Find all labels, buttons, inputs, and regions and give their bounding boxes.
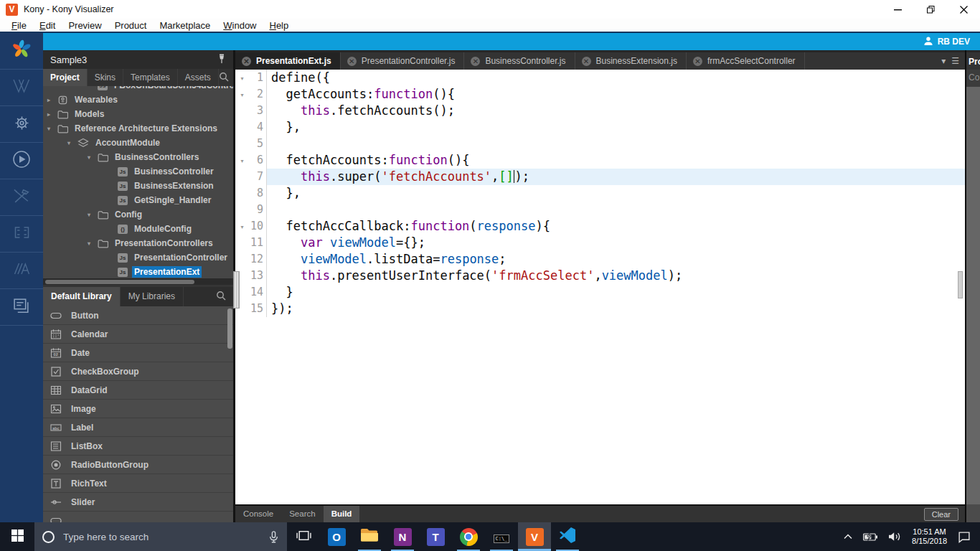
tree-item-reference-architecture-extensions[interactable]: ▾Reference Architecture Extensions: [43, 121, 233, 136]
menu-marketplace[interactable]: Marketplace: [153, 20, 217, 31]
tree-expander-icon[interactable]: ▾: [67, 140, 77, 146]
tree-item-accountmodule[interactable]: ▾AccountModule: [43, 136, 233, 150]
scrollbar-thumb[interactable]: [45, 280, 194, 284]
editor-tab-presentationext-js[interactable]: ✕PresentationExt.js: [235, 52, 341, 70]
library-item-datagrid[interactable]: DataGrid: [43, 381, 233, 400]
battery-icon[interactable]: [858, 522, 883, 551]
tab-console[interactable]: Console: [235, 506, 281, 522]
tab-project[interactable]: Project: [43, 69, 88, 86]
library-item-richtext[interactable]: RichText: [43, 474, 233, 493]
volume-icon[interactable]: [883, 522, 906, 551]
taskbar-app-vscode[interactable]: [551, 522, 584, 551]
library-scrollbar-thumb[interactable]: [227, 309, 232, 349]
taskbar-search-box[interactable]: [34, 522, 287, 551]
taskbar-app-outlook[interactable]: O: [320, 522, 353, 551]
menu-window[interactable]: Window: [217, 20, 263, 31]
tab-search[interactable]: Search: [281, 506, 323, 522]
library-item-slider[interactable]: Slider: [43, 493, 233, 512]
clear-button[interactable]: Clear: [924, 508, 958, 521]
clock[interactable]: 10:51 AM 8/15/2018: [906, 522, 953, 551]
tree-expander-icon[interactable]: ▾: [88, 154, 98, 161]
minimize-button[interactable]: [881, 0, 914, 19]
user-account-button[interactable]: RB DEV: [923, 33, 970, 50]
close-tab-icon[interactable]: ✕: [693, 57, 702, 66]
restore-button[interactable]: [914, 0, 947, 19]
start-button[interactable]: [0, 522, 34, 551]
microphone-icon[interactable]: [269, 531, 278, 543]
close-button[interactable]: [947, 0, 980, 19]
tree-item-config[interactable]: ▾Config: [43, 207, 233, 222]
library-item-partial[interactable]: [43, 512, 233, 522]
taskbar-app-command-prompt[interactable]: C:\_: [485, 522, 518, 551]
tree-item-getsingle-handler[interactable]: JsGetSingle_Handler: [43, 193, 233, 207]
tab-skins[interactable]: Skins: [88, 69, 123, 86]
menu-preview[interactable]: Preview: [62, 20, 108, 31]
library-item-button[interactable]: Button: [43, 306, 233, 325]
tree-item-models[interactable]: ▸Models: [43, 107, 233, 121]
search-icon[interactable]: [219, 72, 229, 84]
close-tab-icon[interactable]: ✕: [471, 57, 480, 66]
tab-my-libraries[interactable]: My Libraries: [121, 287, 184, 306]
close-tab-icon[interactable]: ✕: [582, 57, 591, 66]
library-item-label[interactable]: abcLabel: [43, 418, 233, 437]
menu-product[interactable]: Product: [108, 20, 154, 31]
tree-item-wearables[interactable]: ▸Wearables: [43, 93, 233, 107]
fold-arrow-icon[interactable]: ▾: [235, 70, 249, 86]
search-icon[interactable]: [216, 291, 226, 303]
tree-item-fboxonboardscrn54dcontrolle[interactable]: JsFBoxOnBoardScrn54dControlle: [43, 86, 233, 93]
library-item-image[interactable]: Image: [43, 400, 233, 418]
taskbar-app-file-explorer[interactable]: [353, 522, 386, 551]
tray-chevron-icon[interactable]: [838, 522, 858, 551]
search-input[interactable]: [62, 531, 262, 543]
visualizer-button[interactable]: [0, 70, 43, 106]
properties-panel-collapsed[interactable]: Prop Co: [965, 50, 980, 522]
tab-templates[interactable]: Templates: [123, 69, 178, 86]
kony-logo-button[interactable]: [0, 33, 43, 70]
tab-assets[interactable]: Assets: [178, 69, 219, 86]
taskbar-app-teams[interactable]: T: [419, 522, 452, 551]
menu-file[interactable]: File: [5, 20, 33, 31]
tree-item-businesscontroller[interactable]: JsBusinessController: [43, 164, 233, 179]
library-item-listbox[interactable]: ListBox: [43, 437, 233, 456]
editor-menu-icon[interactable]: ☰: [951, 56, 959, 66]
fold-arrow-icon[interactable]: ▾: [235, 152, 249, 169]
tree-item-businesscontrollers[interactable]: ▾BusinessControllers: [43, 150, 233, 164]
tree-horizontal-scrollbar[interactable]: [43, 278, 233, 285]
chevron-down-icon[interactable]: ▾: [941, 56, 946, 66]
skins-text-button[interactable]: [0, 253, 43, 289]
tree-item-businessextension[interactable]: JsBusinessExtension: [43, 179, 233, 193]
settings-gear-button[interactable]: [0, 106, 43, 143]
tree-item-presentationext[interactable]: JsPresentationExt: [43, 265, 233, 278]
menu-edit[interactable]: Edit: [33, 20, 62, 31]
preview-play-button[interactable]: [0, 143, 43, 179]
taskbar-app-chrome[interactable]: [452, 522, 485, 551]
tree-expander-icon[interactable]: ▸: [47, 111, 57, 118]
library-item-calendar[interactable]: Calendar: [43, 325, 233, 344]
tree-item-moduleconfig[interactable]: {}ModuleConfig: [43, 222, 233, 236]
properties-tab[interactable]: Co: [966, 70, 980, 87]
panel-splitter-handle[interactable]: [233, 271, 240, 309]
editor-tab-businesscontroller-js[interactable]: ✕BusinessController.js: [464, 52, 575, 70]
fold-arrow-icon[interactable]: ▾: [235, 218, 249, 235]
tree-expander-icon[interactable]: ▾: [88, 212, 98, 218]
pin-icon[interactable]: [217, 54, 226, 66]
task-view-button[interactable]: [287, 522, 320, 551]
console-panel-button[interactable]: [0, 289, 43, 326]
editor-tab-businessextension-js[interactable]: ✕BusinessExtension.js: [575, 52, 687, 70]
taskbar-app-kony-visualizer[interactable]: V: [518, 522, 551, 551]
tree-expander-icon[interactable]: ▾: [47, 126, 57, 132]
close-tab-icon[interactable]: ✕: [347, 57, 357, 66]
close-tab-icon[interactable]: ✕: [242, 57, 251, 66]
editor-scrollbar-thumb[interactable]: [958, 271, 963, 298]
library-item-radiobuttongroup[interactable]: RadioButtonGroup: [43, 456, 233, 474]
editor-tab-presentationcontroller-js[interactable]: ✕PresentationController.js: [341, 52, 465, 70]
action-center-icon[interactable]: [953, 522, 976, 551]
tree-expander-icon[interactable]: ▾: [88, 240, 98, 247]
code-editing-area[interactable]: ▾1define({▾2 getAccounts:function(){3 th…: [235, 70, 965, 504]
tree-item-presentationcontrollers[interactable]: ▾PresentationControllers: [43, 236, 233, 250]
taskbar-app-onenote[interactable]: N: [386, 522, 419, 551]
library-item-checkboxgroup[interactable]: CheckBoxGroup: [43, 362, 233, 381]
tab-default-library[interactable]: Default Library: [43, 287, 121, 306]
library-item-date[interactable]: 02Date: [43, 344, 233, 362]
build-tools-button[interactable]: [0, 179, 43, 216]
